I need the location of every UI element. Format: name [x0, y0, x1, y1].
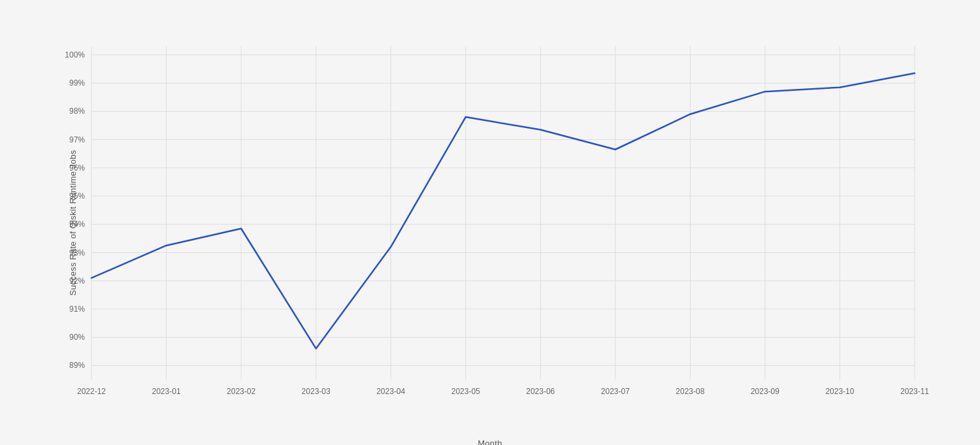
svg-text:89%: 89%: [69, 361, 85, 370]
svg-text:2023-11: 2023-11: [900, 387, 929, 396]
svg-text:2023-06: 2023-06: [526, 387, 555, 396]
svg-text:2023-07: 2023-07: [601, 387, 630, 396]
svg-text:91%: 91%: [69, 304, 85, 313]
svg-text:100%: 100%: [65, 50, 85, 59]
svg-text:2023-05: 2023-05: [451, 387, 480, 396]
svg-text:2023-04: 2023-04: [376, 387, 405, 396]
svg-text:2023-02: 2023-02: [227, 387, 255, 396]
svg-text:98%: 98%: [69, 107, 85, 116]
chart-svg: 89%90%91%92%93%94%95%96%97%98%99%100%202…: [39, 27, 941, 419]
svg-text:2023-09: 2023-09: [751, 387, 779, 396]
chart-container: Success Rate of Qiskit Runtime Jobs 89%9…: [0, 0, 980, 445]
svg-text:99%: 99%: [69, 78, 85, 88]
svg-text:2023-08: 2023-08: [676, 387, 704, 396]
y-axis-label: Success Rate of Qiskit Runtime Jobs: [68, 150, 78, 295]
svg-text:2023-10: 2023-10: [825, 387, 854, 396]
svg-text:2022-12: 2022-12: [77, 387, 106, 396]
svg-text:90%: 90%: [69, 333, 85, 342]
x-axis-label: Month: [478, 438, 502, 446]
svg-text:97%: 97%: [69, 135, 85, 144]
svg-text:2023-01: 2023-01: [152, 387, 181, 396]
svg-text:2023-03: 2023-03: [302, 387, 331, 396]
chart-inner: Success Rate of Qiskit Runtime Jobs 89%9…: [39, 27, 941, 419]
